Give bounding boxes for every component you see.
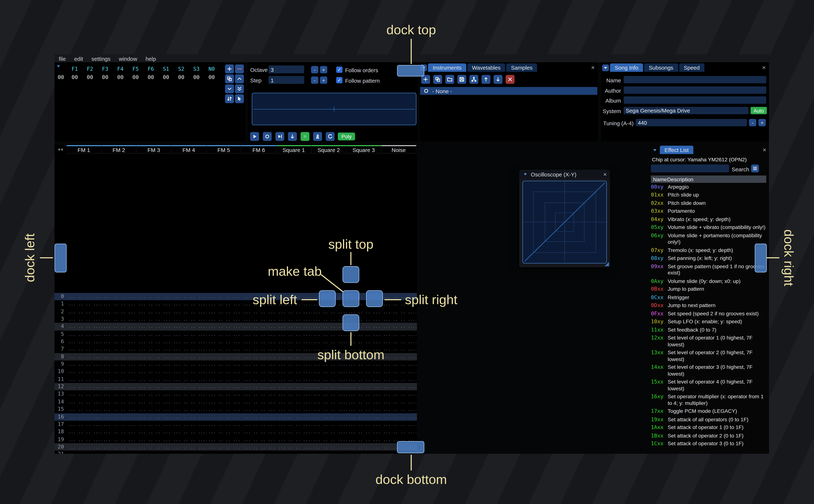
pattern-cell[interactable]: ... .. .. .... [102, 345, 137, 353]
pattern-cell[interactable]: ... .. .. .... [311, 398, 346, 406]
pattern-cell[interactable]: ... .. .. .... [206, 323, 241, 330]
pattern-cell[interactable]: ... .. .. .... [67, 443, 102, 451]
pattern-cell[interactable]: ... .. .. .... [346, 398, 381, 406]
menu-edit[interactable]: edit [70, 55, 87, 62]
pattern-cell[interactable]: ... .. .. .... [137, 353, 172, 361]
pattern-cell[interactable]: ... .. .. .... [67, 300, 102, 308]
pattern-cell[interactable]: ... .. .. .... [381, 361, 417, 368]
pattern-cell[interactable]: ... .. .. .... [276, 308, 311, 315]
pattern-row-18[interactable]: 18... .. .. ....... .. .. ....... .. .. … [55, 428, 417, 436]
pattern-cell[interactable]: ... .. .. .... [241, 376, 276, 383]
pattern-cell[interactable]: ... .. .. .... [172, 391, 207, 398]
pattern-cell[interactable]: ... .. .. .... [206, 443, 241, 451]
effect-row-08xy[interactable]: 08xySet panning (x: left; y: right) [651, 254, 766, 263]
pattern-cell[interactable]: ... .. .. .... [67, 376, 102, 383]
channel-header-square-2[interactable]: Square 2 [311, 145, 346, 153]
pattern-cell[interactable]: ... .. .. .... [102, 338, 137, 346]
effect-row-0bxx[interactable]: 0BxxJump to pattern [651, 285, 766, 293]
channel-header-fm-5[interactable]: FM 5 [206, 145, 241, 153]
channel-header-square-1[interactable]: Square 1 [276, 145, 311, 153]
octave-minus-button[interactable]: - [311, 66, 318, 73]
effect-row-00xy[interactable]: 00xyArpeggio [651, 183, 766, 191]
pattern-cell[interactable]: ... .. .. .... [137, 383, 172, 391]
octave-input[interactable]: 3 [268, 66, 304, 74]
pattern-cell[interactable]: ... .. .. .... [381, 323, 417, 330]
pattern-cell[interactable]: ... .. .. .... [276, 368, 311, 376]
pattern-cell[interactable]: ... .. .. .... [67, 353, 102, 361]
instruments-delete-button[interactable] [506, 75, 515, 84]
pattern-cell[interactable]: ... .. .. .... [102, 451, 137, 454]
pattern-cell[interactable]: ... .. .. .... [67, 293, 102, 300]
pattern-cell[interactable]: ... .. .. .... [137, 323, 172, 330]
pattern-cell[interactable]: ... .. .. .... [102, 293, 137, 300]
orders-value-9[interactable]: 00 [204, 74, 219, 80]
orders-value-8[interactable]: 00 [189, 74, 204, 80]
pattern-cell[interactable]: ... .. .. .... [206, 293, 241, 300]
orders-value-4[interactable]: 00 [128, 74, 143, 80]
pattern-cell[interactable]: ... .. .. .... [206, 376, 241, 383]
pattern-cell[interactable]: ... .. .. .... [241, 436, 276, 443]
pattern-cell[interactable]: ... .. .. .... [172, 361, 207, 368]
pattern-cell[interactable]: ... .. .. .... [102, 330, 137, 338]
pattern-cell[interactable]: ... .. .. .... [241, 383, 276, 391]
pattern-cell[interactable]: ... .. .. .... [346, 376, 381, 383]
pattern-cell[interactable]: ... .. .. .... [172, 428, 207, 436]
menu-file[interactable]: file [55, 55, 70, 62]
channel-header-fm-1[interactable]: FM 1 [67, 145, 102, 153]
step-minus-button[interactable]: - [311, 76, 318, 84]
pattern-cell[interactable]: ... .. .. .... [102, 436, 137, 443]
pattern-cell[interactable]: ... .. .. .... [381, 421, 417, 428]
pattern-row-13[interactable]: 13... .. .. ....... .. .. ....... .. .. … [55, 391, 417, 398]
pattern-cell[interactable]: ... .. .. .... [381, 406, 417, 413]
orders-row-index[interactable]: 00 [55, 74, 67, 80]
pattern-cell[interactable]: ... .. .. .... [206, 451, 241, 454]
pattern-cell[interactable]: ... .. .. .... [172, 300, 207, 308]
instrument-list-item-none[interactable]: - None - [420, 87, 598, 95]
playback-play-from-cursor-button[interactable] [275, 132, 284, 141]
oscilloscope-xy-window[interactable]: Oscilloscope (X-Y) × [519, 170, 610, 267]
channel-header-fm-4[interactable]: FM 4 [172, 145, 207, 153]
effect-row-03xx[interactable]: 03xxPortamento [651, 207, 766, 215]
pattern-cell[interactable]: ... .. .. .... [206, 308, 241, 315]
pattern-cell[interactable]: ... .. .. .... [102, 323, 137, 330]
pattern-cell[interactable]: ... .. .. .... [206, 436, 241, 443]
pattern-cell[interactable]: ... .. .. .... [102, 421, 137, 428]
songinfo-tab-subsongs[interactable]: Subsongs [644, 63, 678, 72]
effect-list-tab[interactable]: Effect List [660, 146, 693, 154]
pattern-cell[interactable]: ... .. .. .... [276, 398, 311, 406]
dock-preview-top[interactable] [397, 65, 424, 77]
pattern-cell[interactable]: ... .. .. .... [276, 436, 311, 443]
pattern-cell[interactable]: ... .. .. .... [67, 345, 102, 353]
pattern-cell[interactable]: ... .. .. .... [172, 436, 207, 443]
pattern-cell[interactable]: ... .. .. .... [172, 406, 207, 413]
pattern-cell[interactable]: ... .. .. .... [102, 398, 137, 406]
pattern-cell[interactable]: ... .. .. .... [381, 376, 417, 383]
pattern-cell[interactable]: ... .. .. .... [381, 391, 417, 398]
effect-row-13xx[interactable]: 13xxSet level of operator 2 (0 highest, … [651, 349, 766, 363]
orders-move-down-button[interactable] [225, 84, 234, 93]
pattern-cell[interactable]: ... .. .. .... [311, 338, 346, 346]
pattern-cell[interactable]: ... .. .. .... [381, 368, 417, 376]
pattern-cell[interactable]: ... .. .. .... [346, 383, 381, 391]
pattern-cell[interactable]: ... .. .. .... [381, 345, 417, 353]
dock-preview-left[interactable] [55, 244, 67, 272]
pattern-cell[interactable]: ... .. .. .... [346, 436, 381, 443]
channel-header-noise[interactable]: Noise [381, 145, 417, 153]
pattern-cell[interactable]: ... .. .. .... [276, 383, 311, 391]
dock-preview-right[interactable] [755, 244, 767, 272]
effect-row-1cxx[interactable]: 1CxxSet attack of operator 3 (0 to 1F) [651, 440, 766, 448]
make-tab-preview[interactable] [342, 290, 359, 307]
dock-preview-bottom[interactable] [397, 441, 424, 453]
pattern-cell[interactable]: ... .. .. .... [67, 308, 102, 315]
pattern-cell[interactable]: ... .. .. .... [206, 368, 241, 376]
pattern-cell[interactable]: ... .. .. .... [206, 361, 241, 368]
pattern-cell[interactable]: ... .. .. .... [206, 421, 241, 428]
effect-row-1bxx[interactable]: 1BxxSet attack of operator 2 (0 to 1F) [651, 432, 766, 440]
pattern-cell[interactable]: ... .. .. .... [346, 330, 381, 338]
pattern-cell[interactable]: ... .. .. .... [381, 428, 417, 436]
pattern-cell[interactable]: ... .. .. .... [137, 398, 172, 406]
pattern-cell[interactable]: ... .. .. .... [137, 443, 172, 451]
resize-grip[interactable] [605, 262, 609, 266]
pattern-cell[interactable]: ... .. .. .... [346, 368, 381, 376]
pattern-cell[interactable]: ... .. .. .... [276, 338, 311, 346]
